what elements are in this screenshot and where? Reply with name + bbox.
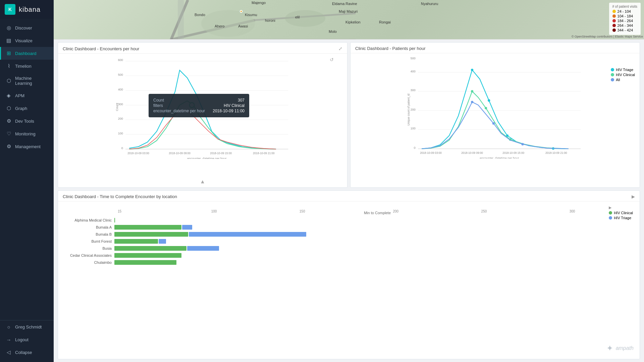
- legend-label-1: 24 - 104: [618, 9, 631, 13]
- encounters-chart-panel: Clinic Dashboard - Encounters per hour ⤢…: [58, 42, 347, 188]
- monitoring-icon: ♡: [6, 131, 12, 137]
- sidebar-item-logout[interactable]: → Logout: [0, 333, 54, 346]
- main-content: Majengo Bondo Kisumu Ahero Awasi horoni …: [54, 0, 644, 362]
- svg-point-53: [471, 101, 473, 103]
- sidebar-item-visualize[interactable]: ▤ Visualize: [0, 34, 54, 47]
- map-panel: Majengo Bondo Kisumu Ahero Awasi horoni …: [54, 0, 644, 40]
- bar-label-cedar: Cedar Clinical Associates: [61, 253, 114, 257]
- legend-label-5: 344 - 424: [618, 28, 633, 32]
- x-axis-title: Min to Complete: [118, 211, 637, 215]
- visualize-icon: ▤: [6, 38, 12, 44]
- sidebar-item-collapse[interactable]: ◁ Collapse: [0, 346, 54, 359]
- legend-dot-3: [612, 19, 616, 22]
- expand-icon-encounters[interactable]: ⤢: [338, 46, 342, 51]
- legend-label-3: 184 - 264: [618, 19, 633, 23]
- bar-chart-container: 15 100 150 200 250 300 Min to Complete A…: [61, 203, 637, 357]
- svg-text:2018-10-09 21:00: 2018-10-09 21:00: [545, 152, 567, 155]
- sidebar-label-user: Greg Schmidt: [15, 324, 42, 329]
- timelion-icon: ⌇: [6, 63, 12, 69]
- map-city-rongai: Rongai: [379, 20, 391, 24]
- management-icon: ⚙: [6, 143, 12, 149]
- bar-row-alphima: Alphima Medical Clinic: [61, 217, 637, 224]
- legend-label-2: 104 - 184: [618, 14, 633, 18]
- ampath-icon: ✦: [606, 344, 613, 353]
- sidebar-label-graph: Graph: [15, 106, 27, 111]
- svg-text:0: 0: [414, 146, 416, 149]
- svg-point-54: [492, 122, 495, 125]
- sidebar-label-discover: Discover: [15, 25, 32, 31]
- bar-label-alphima: Alphima Medical Clinic: [61, 218, 114, 222]
- scroll-up-indicator[interactable]: ▲: [200, 179, 205, 185]
- bar-green-cedar: [114, 253, 181, 258]
- expand-icon-time[interactable]: ▶: [632, 194, 635, 199]
- sidebar-item-monitoring[interactable]: ♡ Monitoring: [0, 127, 54, 140]
- sidebar-item-machine-learning[interactable]: ⬡ Machine Learning: [0, 72, 54, 89]
- legend-expand-btn[interactable]: ▶: [609, 205, 633, 210]
- bar-row-burnt-forest: Burnt Forest: [61, 238, 637, 245]
- map-city-majengo: Majengo: [252, 1, 266, 5]
- sidebar-label-apm: APM: [15, 93, 24, 98]
- sidebar-item-management[interactable]: ⚙ Management: [0, 140, 54, 153]
- svg-text:Unique count of patient_id: Unique count of patient_id: [407, 94, 410, 126]
- patients-chart-body: HIV Triage HIV Clinical All 0 100 2: [351, 53, 640, 187]
- app-name: kibana: [19, 6, 41, 13]
- time-chart-body: 15 100 150 200 250 300 Min to Complete A…: [58, 201, 640, 359]
- sidebar: K kibana ◎ Discover ▤ Visualize ⊞ Dashbo…: [0, 0, 54, 362]
- legend-item-3: 184 - 264: [612, 19, 637, 23]
- svg-text:encounter_datetime per hour: encounter_datetime per hour: [480, 157, 519, 159]
- encounters-svg: 0 100 200 300 400 500 600 Count: [58, 55, 347, 159]
- svg-point-50: [471, 90, 473, 93]
- legend-triage-dot: [611, 68, 614, 71]
- collapse-icon: ◁: [6, 349, 12, 355]
- map-roads-svg: [54, 0, 644, 39]
- ampath-text: ampath: [616, 345, 634, 351]
- legend-hiv-triage-bottom: HIV Triage: [609, 216, 633, 220]
- svg-text:200: 200: [411, 108, 416, 111]
- svg-point-55: [521, 143, 524, 145]
- sidebar-item-user[interactable]: ○ Greg Schmidt: [0, 320, 54, 333]
- time-chart-title: Clinic Dashboard - Time to Complete Enco…: [58, 191, 640, 201]
- bar-label-bumala-a: Bumala A: [61, 225, 114, 229]
- sidebar-label-monitoring: Monitoring: [15, 131, 36, 136]
- sidebar-label-devtools: Dev Tools: [15, 119, 34, 124]
- map-city-kipkelion: Kipkelion: [345, 20, 361, 24]
- bar-blue-bumala-b: [189, 232, 306, 237]
- svg-text:100: 100: [118, 132, 123, 135]
- legend-hiv-clinical-bottom: HIV Clinical: [609, 211, 633, 215]
- sidebar-item-devtools[interactable]: ⚙ Dev Tools: [0, 115, 54, 127]
- user-icon: ○: [6, 324, 12, 330]
- bar-green-burnt: [114, 239, 158, 244]
- legend-hiv-clinical: HIV Clinical: [611, 73, 635, 77]
- encounters-chart-title: Clinic Dashboard - Encounters per hour ⤢: [58, 43, 347, 54]
- patients-svg: 0 100 200 300 400 500 Unique count of pa…: [351, 55, 640, 159]
- svg-text:400: 400: [411, 70, 416, 73]
- svg-text:2018-10-09 21:00: 2018-10-09 21:00: [253, 152, 275, 155]
- bar-row-bumala-b: Bumala B: [61, 231, 637, 238]
- bar-track-chulaimbo: [114, 260, 637, 265]
- logout-icon: →: [6, 337, 12, 343]
- svg-text:2018-10-09 15:00: 2018-10-09 15:00: [210, 152, 232, 155]
- bar-green-chulaimbo: [114, 260, 176, 265]
- sidebar-label-management: Management: [15, 144, 41, 149]
- legend-dot-4: [612, 24, 616, 27]
- ampath-logo: ✦ ampath: [606, 344, 634, 353]
- sidebar-item-timelion[interactable]: ⌇ Timelion: [0, 60, 54, 72]
- legend-item-5: 344 - 424: [612, 28, 637, 32]
- legend-item-1: 24 - 104: [612, 9, 637, 13]
- sidebar-item-graph[interactable]: ⬡ Graph: [0, 102, 54, 115]
- bar-track-alphima: [114, 218, 637, 223]
- sidebar-item-dashboard[interactable]: ⊞ Dashboard: [0, 47, 54, 60]
- bar-row-chulaimbo: Chulaimbo: [61, 259, 637, 266]
- bar-blue-bumala-a: [182, 225, 192, 230]
- refresh-icon[interactable]: ↺: [330, 57, 334, 62]
- legend-item-2: 104 - 184: [612, 14, 637, 18]
- bar-track-cedar: [114, 253, 637, 258]
- sidebar-item-discover[interactable]: ◎ Discover: [0, 21, 54, 34]
- svg-text:400: 400: [118, 88, 123, 91]
- legend-expand-icon: ▶: [609, 205, 611, 210]
- legend-triage-bottom-dot: [609, 216, 612, 220]
- map-city-maji: Maji Mazuri: [339, 9, 358, 13]
- sidebar-item-apm[interactable]: ◈ APM: [0, 89, 54, 102]
- legend-clinical-dot: [611, 73, 614, 76]
- app-logo[interactable]: K kibana: [0, 0, 54, 19]
